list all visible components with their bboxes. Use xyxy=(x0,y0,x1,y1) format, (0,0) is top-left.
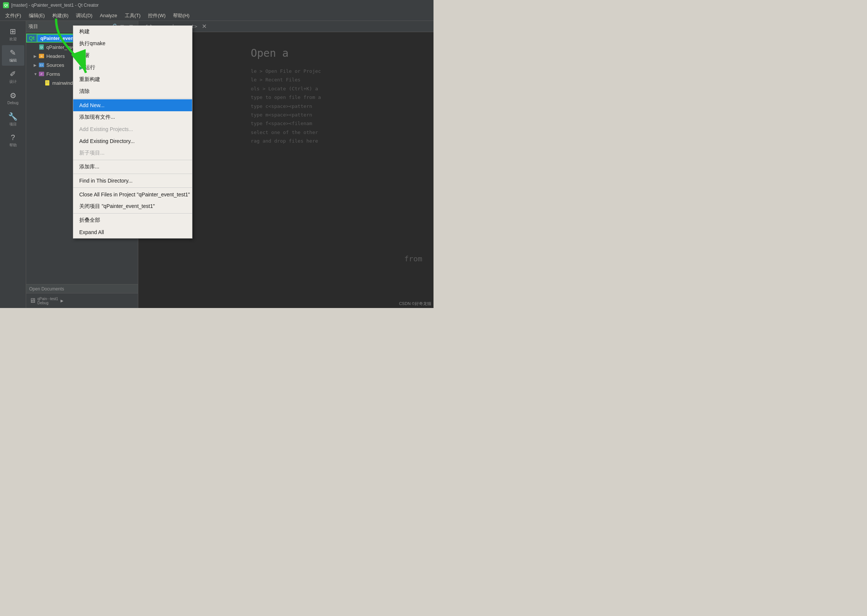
sidebar-item-edit[interactable]: ✎ 编辑 xyxy=(2,45,24,66)
ctx-add-lib[interactable]: 添加库... xyxy=(73,161,192,173)
hint-line-3: type to open file from a xyxy=(251,93,321,102)
hint-line-1: le > Recent Files xyxy=(251,75,321,84)
help-icon: ? xyxy=(11,133,15,142)
open-docs-section: Open Documents xyxy=(26,284,138,293)
ctx-add-new[interactable]: Add New... xyxy=(73,99,192,111)
hint-line-0: le > Open File or Projec xyxy=(251,67,321,75)
headers-arrow: ▶ xyxy=(34,54,38,58)
menu-edit[interactable]: 编辑(E) xyxy=(25,11,49,20)
forms-label: Forms xyxy=(46,71,60,77)
ctx-expand-all[interactable]: Expand All xyxy=(73,226,192,238)
ctx-collapse-all[interactable]: 折叠全部 xyxy=(73,214,192,226)
ctx-deploy[interactable]: 部署 xyxy=(73,50,192,61)
menu-debug[interactable]: 调试(D) xyxy=(72,11,96,20)
bottom-tab: 🖥 qPain···test1 Debug ▶ xyxy=(26,293,138,308)
project-icon: Qt xyxy=(28,35,35,41)
ctx-sep-2 xyxy=(73,160,192,160)
hint-line-7: select one of the other xyxy=(251,128,321,137)
forms-icon: ✐ xyxy=(38,71,45,77)
window-title: [master] - qPainter_event_test1 - Qt Cre… xyxy=(11,3,99,8)
svg-text:✐: ✐ xyxy=(40,73,43,75)
main-layout: ⊞ 欢迎 ✎ 编辑 ✐ 设计 ⚙ Debug 🔧 项目 ? 帮助 项目 ▼ 🔗 xyxy=(0,21,434,308)
ctx-build[interactable]: 构建 xyxy=(73,26,192,38)
ctx-sep-1 xyxy=(73,98,192,99)
menu-tools[interactable]: 工具(T) xyxy=(121,11,145,20)
ctx-add-existing-dir[interactable]: Add Existing Directory... xyxy=(73,135,192,147)
ctx-sep-3 xyxy=(73,174,192,174)
menu-file[interactable]: 文件(F) xyxy=(2,11,25,20)
hint-line-8: rag and drop files here xyxy=(251,137,321,145)
from-text: from xyxy=(404,254,422,263)
ctx-close-all-files[interactable]: Close All Files in Project "qPainter_eve… xyxy=(73,189,192,201)
svg-text:C+: C+ xyxy=(39,64,43,66)
editor-close-btn[interactable]: ✕ xyxy=(202,23,207,30)
sources-arrow: ▶ xyxy=(34,63,38,67)
help-label: 帮助 xyxy=(9,143,17,148)
ctx-close-project[interactable]: 关闭项目 "qPainter_event_test1" xyxy=(73,201,192,212)
context-menu: 构建 执行qmake 部署 ▶ 运行 重新构建 清除 Add New... 添加… xyxy=(73,25,192,239)
ctx-run[interactable]: ▶ 运行 xyxy=(73,61,192,74)
ctx-rebuild[interactable]: 重新构建 xyxy=(73,74,192,85)
headers-icon: H xyxy=(38,53,45,59)
sources-label: Sources xyxy=(46,62,64,68)
headers-label: Headers xyxy=(46,53,65,59)
sidebar-item-help[interactable]: ? 帮助 xyxy=(2,130,24,151)
debug-label: Debug xyxy=(8,101,18,105)
svg-text:H: H xyxy=(40,55,42,58)
bottom-expand-arrow: ▶ xyxy=(60,299,63,303)
ctx-clean[interactable]: 清除 xyxy=(73,85,192,97)
debug-icon: ⚙ xyxy=(10,91,16,100)
ctx-add-existing-file[interactable]: 添加现有文件... xyxy=(73,111,192,123)
ctx-sep-5 xyxy=(73,213,192,214)
welcome-icon: ⊞ xyxy=(10,27,16,36)
projects-icon: 🔧 xyxy=(8,112,17,121)
edit-label: 编辑 xyxy=(9,58,17,63)
titlebar: Qt [master] - qPainter_event_test1 - Qt … xyxy=(0,0,434,11)
hint-line-6: type f<space><filenam xyxy=(251,119,321,128)
projects-label: 项目 xyxy=(9,122,17,127)
menu-build[interactable]: 构建(B) xyxy=(49,11,72,20)
hint-line-5: type m<space><pattern xyxy=(251,110,321,119)
ctx-find-in-dir[interactable]: Find in This Directory... xyxy=(73,175,192,187)
ctx-sep-4 xyxy=(73,187,192,188)
ui-file-icon xyxy=(44,80,51,86)
pro-file-icon: Qt xyxy=(38,44,45,50)
bottom-project-label: qPain···test1 xyxy=(37,297,58,301)
ctx-qmake[interactable]: 执行qmake xyxy=(73,38,192,50)
hint-line-2: ols > Locate (Ctrl+K) a xyxy=(251,84,321,93)
watermark: CSDN ©好奇龙猫 xyxy=(399,301,431,306)
sidebar-item-debug[interactable]: ⚙ Debug xyxy=(2,88,24,108)
sidebar-item-projects[interactable]: 🔧 项目 xyxy=(2,109,24,130)
ctx-new-subproject: 新子项目... xyxy=(73,147,192,159)
sources-icon: C+ xyxy=(38,61,45,68)
open-title: Open a xyxy=(251,47,321,59)
edit-icon: ✎ xyxy=(10,48,16,57)
open-docs-title: Open Documents xyxy=(29,286,64,292)
bottom-project-item[interactable]: 🖥 qPain···test1 Debug ▶ xyxy=(29,297,63,305)
forms-arrow: ▼ xyxy=(34,72,38,76)
hint-lines: le > Open File or Projec le > Recent Fil… xyxy=(251,67,321,146)
menu-controls[interactable]: 控件(W) xyxy=(144,11,169,20)
sidebar-item-design[interactable]: ✐ 设计 xyxy=(2,66,24,87)
design-label: 设计 xyxy=(9,79,17,84)
left-sidebar: ⊞ 欢迎 ✎ 编辑 ✐ 设计 ⚙ Debug 🔧 项目 ? 帮助 xyxy=(0,21,26,308)
bottom-project-sublabel: Debug xyxy=(37,301,58,305)
ctx-add-existing-projects: Add Existing Projects... xyxy=(73,123,192,135)
hint-line-4: type c<space><pattern xyxy=(251,102,321,110)
qt-logo: Qt xyxy=(3,2,9,8)
menu-analyze[interactable]: Analyze xyxy=(96,12,121,19)
menubar: 文件(F) 编辑(E) 构建(B) 调试(D) Analyze 工具(T) 控件… xyxy=(0,11,434,21)
sidebar-item-welcome[interactable]: ⊞ 欢迎 xyxy=(2,24,24,44)
svg-text:Qt: Qt xyxy=(40,46,43,49)
design-icon: ✐ xyxy=(10,69,16,79)
menu-help[interactable]: 帮助(H) xyxy=(169,11,193,20)
welcome-label: 欢迎 xyxy=(9,36,17,42)
bottom-project-icon: 🖥 xyxy=(29,297,36,305)
